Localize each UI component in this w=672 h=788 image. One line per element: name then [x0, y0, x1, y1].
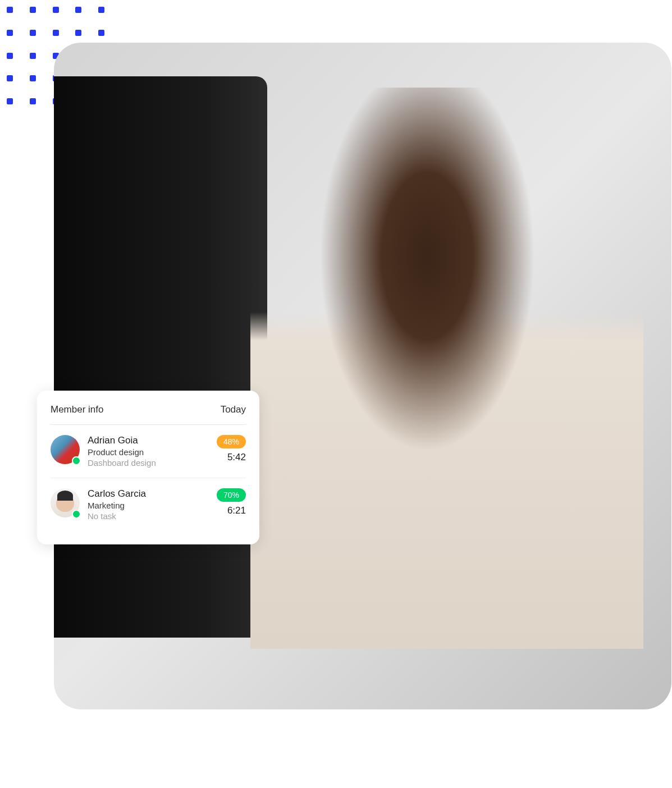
- member-task: No task: [88, 511, 209, 521]
- avatar-wrapper: [51, 435, 80, 464]
- member-task: Dashboard design: [88, 458, 209, 468]
- member-time: 6:21: [227, 505, 246, 516]
- card-title: Member info: [51, 404, 103, 415]
- percentage-badge: 48%: [217, 435, 246, 448]
- status-online-icon: [72, 510, 81, 519]
- percentage-badge: 70%: [217, 488, 246, 502]
- member-info-card: Member info Today Adrian Goia Product de…: [37, 391, 259, 544]
- member-name: Carlos Garcia: [88, 488, 209, 500]
- member-time: 5:42: [227, 452, 246, 463]
- hero-background-image: [54, 43, 671, 709]
- card-header: Member info Today: [51, 404, 246, 425]
- member-stats: 70% 6:21: [217, 488, 246, 516]
- avatar-wrapper: [51, 488, 80, 517]
- member-info: Carlos Garcia Marketing No task: [88, 488, 209, 521]
- card-date-label: Today: [221, 404, 246, 415]
- member-row[interactable]: Carlos Garcia Marketing No task 70% 6:21: [51, 478, 246, 531]
- member-info: Adrian Goia Product design Dashboard des…: [88, 435, 209, 468]
- member-name: Adrian Goia: [88, 435, 209, 446]
- member-row[interactable]: Adrian Goia Product design Dashboard des…: [51, 425, 246, 478]
- member-role: Marketing: [88, 501, 209, 510]
- member-role: Product design: [88, 447, 209, 457]
- status-online-icon: [72, 456, 81, 465]
- member-stats: 48% 5:42: [217, 435, 246, 463]
